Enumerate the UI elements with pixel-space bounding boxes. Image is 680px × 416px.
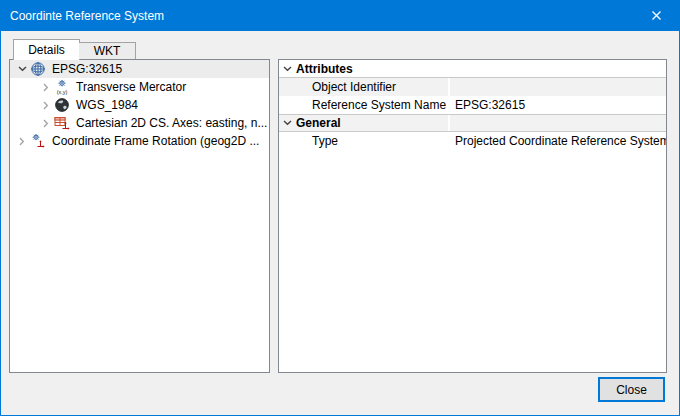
tab-details[interactable]: Details <box>13 39 80 60</box>
window-close-button[interactable] <box>634 1 679 31</box>
property-value: EPSG:32615 <box>448 96 666 114</box>
chevron-right-icon[interactable] <box>14 132 30 150</box>
window-title: Coordinte Reference System <box>1 9 164 23</box>
tree-row-epsg[interactable]: EPSG:32615 <box>10 60 269 78</box>
grid-axes-icon <box>54 115 71 131</box>
close-icon <box>651 7 662 25</box>
globe-dark-icon <box>54 97 71 113</box>
tree-item-label: Transverse Mercator <box>76 80 186 94</box>
property-row-object-identifier[interactable]: Object Identifier <box>279 78 666 96</box>
properties-panel: Attributes Object Identifier Reference S… <box>278 59 667 373</box>
property-row-reference-system-name[interactable]: Reference System Name EPSG:32615 <box>279 96 666 114</box>
chevron-right-icon[interactable] <box>38 96 54 114</box>
chevron-right-icon[interactable] <box>38 78 54 96</box>
property-group-general[interactable]: General <box>279 114 666 132</box>
group-label: General <box>296 115 341 131</box>
svg-text:(x,y): (x,y) <box>57 89 68 95</box>
chevron-down-icon[interactable] <box>279 115 296 131</box>
chevron-right-icon[interactable] <box>38 114 54 132</box>
property-name: Reference System Name <box>279 96 448 114</box>
close-button[interactable]: Close <box>598 377 665 402</box>
gear-xy-icon: (x,y) <box>54 79 71 95</box>
splitter-handle[interactable] <box>270 59 278 373</box>
tree-item-label: EPSG:32615 <box>52 62 122 76</box>
property-name: Type <box>279 132 448 150</box>
property-value: Projected Coordinate Reference System <box>448 132 666 150</box>
tree-row-cartesian-cs[interactable]: Cartesian 2D CS. Axes: easting, n... <box>10 114 269 132</box>
property-group-attributes[interactable]: Attributes <box>279 60 666 78</box>
globe-blue-icon <box>30 61 47 77</box>
chevron-down-icon[interactable] <box>14 60 30 78</box>
titlebar[interactable]: Coordinte Reference System <box>1 1 679 31</box>
tree-item-label: Coordinate Frame Rotation (geog2D ... <box>52 134 259 148</box>
tree-item-label: Cartesian 2D CS. Axes: easting, n... <box>76 116 267 130</box>
crs-dialog: Coordinte Reference System Details WKT <box>0 0 680 416</box>
property-value <box>448 78 666 96</box>
tree-row-transverse-mercator[interactable]: (x,y) Transverse Mercator <box>10 78 269 96</box>
property-name: Object Identifier <box>279 78 448 96</box>
tree-row-wgs1984[interactable]: WGS_1984 <box>10 96 269 114</box>
chevron-down-icon[interactable] <box>279 60 296 77</box>
tree-row-coordinate-frame-rotation[interactable]: Coordinate Frame Rotation (geog2D ... <box>10 132 269 150</box>
group-label: Attributes <box>296 61 353 77</box>
property-row-type[interactable]: Type Projected Coordinate Reference Syst… <box>279 132 666 150</box>
tree-item-label: WGS_1984 <box>76 98 138 112</box>
gear-axes-icon <box>30 133 47 149</box>
crs-tree-panel: EPSG:32615 <box>9 59 270 373</box>
tab-wkt[interactable]: WKT <box>79 42 136 59</box>
